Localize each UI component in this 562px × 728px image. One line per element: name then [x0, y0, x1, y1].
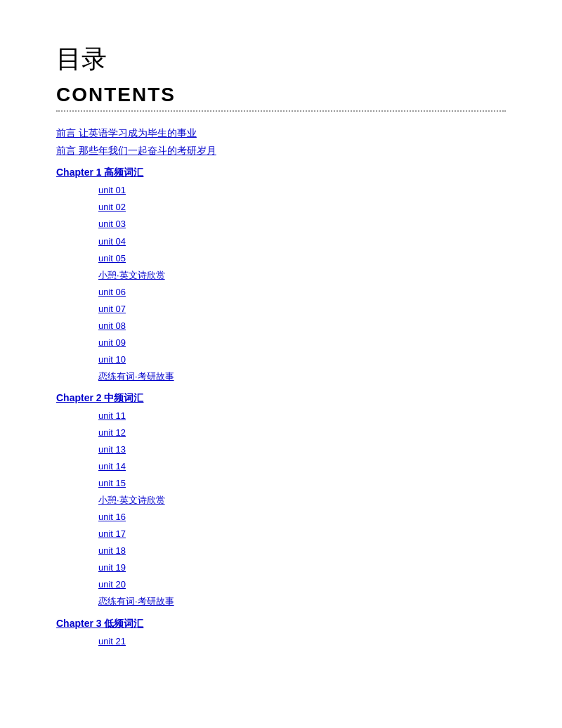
chinese-title: 目录 [56, 42, 506, 77]
chapter-link-1[interactable]: Chapter 1 高频词汇 [56, 162, 506, 182]
toc-item-special4[interactable]: 恋练有词·考研故事 [56, 593, 506, 610]
toc-item-unit04[interactable]: unit 04 [56, 233, 506, 250]
toc-body: Chapter 1 高频词汇unit 01unit 02unit 03unit … [56, 162, 506, 649]
toc-item-unit16[interactable]: unit 16 [56, 509, 506, 526]
toc-item-unit06[interactable]: unit 06 [56, 284, 506, 301]
preface-section: 前言 让英语学习成为毕生的事业 前言 那些年我们一起奋斗的考研岁月 [56, 124, 506, 160]
toc-item-unit18[interactable]: unit 18 [56, 542, 506, 559]
toc-item-unit05[interactable]: unit 05 [56, 250, 506, 267]
toc-item-special1[interactable]: 小憩·英文诗欣赏 [56, 267, 506, 284]
toc-item-unit17[interactable]: unit 17 [56, 526, 506, 542]
toc-item-unit09[interactable]: unit 09 [56, 334, 506, 351]
toc-item-special3[interactable]: 小憩·英文诗欣赏 [56, 492, 506, 509]
toc-item-unit02[interactable]: unit 02 [56, 199, 506, 216]
chapter-link-2[interactable]: Chapter 2 中频词汇 [56, 388, 506, 408]
chapter-link-3[interactable]: Chapter 3 低频词汇 [56, 613, 506, 633]
toc-item-unit11[interactable]: unit 11 [56, 408, 506, 424]
toc-item-unit08[interactable]: unit 08 [56, 318, 506, 334]
toc-item-unit14[interactable]: unit 14 [56, 458, 506, 475]
toc-item-unit20[interactable]: unit 20 [56, 576, 506, 593]
toc-item-unit03[interactable]: unit 03 [56, 216, 506, 233]
toc-item-unit19[interactable]: unit 19 [56, 559, 506, 576]
preface-link-1[interactable]: 前言 让英语学习成为毕生的事业 [56, 124, 506, 142]
toc-item-unit10[interactable]: unit 10 [56, 351, 506, 368]
divider [56, 110, 506, 112]
toc-item-unit12[interactable]: unit 12 [56, 424, 506, 441]
toc-item-special2[interactable]: 恋练有词·考研故事 [56, 368, 506, 385]
contents-title: CONTENTS [56, 84, 506, 106]
toc-item-unit01[interactable]: unit 01 [56, 182, 506, 199]
toc-item-unit13[interactable]: unit 13 [56, 441, 506, 458]
toc-item-unit07[interactable]: unit 07 [56, 301, 506, 318]
preface-link-2[interactable]: 前言 那些年我们一起奋斗的考研岁月 [56, 142, 506, 160]
toc-item-unit21[interactable]: unit 21 [56, 633, 506, 650]
toc-item-unit15[interactable]: unit 15 [56, 475, 506, 492]
